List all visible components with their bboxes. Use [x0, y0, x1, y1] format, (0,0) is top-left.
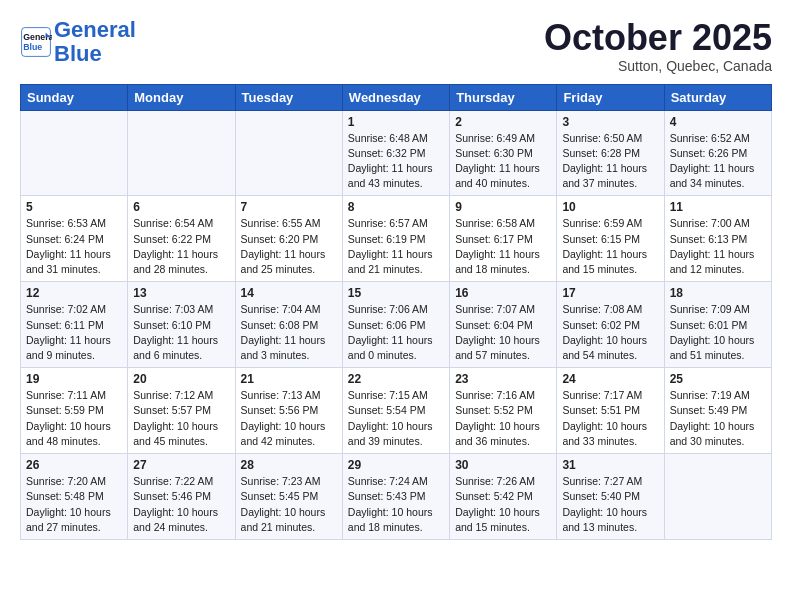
calendar-body: 1Sunrise: 6:48 AM Sunset: 6:32 PM Daylig…: [21, 110, 772, 539]
day-info: Sunrise: 7:17 AM Sunset: 5:51 PM Dayligh…: [562, 388, 658, 449]
day-number: 15: [348, 286, 444, 300]
day-info: Sunrise: 6:59 AM Sunset: 6:15 PM Dayligh…: [562, 216, 658, 277]
calendar-day: 3Sunrise: 6:50 AM Sunset: 6:28 PM Daylig…: [557, 110, 664, 196]
day-number: 26: [26, 458, 122, 472]
day-info: Sunrise: 7:13 AM Sunset: 5:56 PM Dayligh…: [241, 388, 337, 449]
calendar-day: [664, 454, 771, 540]
calendar-day: 17Sunrise: 7:08 AM Sunset: 6:02 PM Dayli…: [557, 282, 664, 368]
header-thursday: Thursday: [450, 84, 557, 110]
calendar-day: 7Sunrise: 6:55 AM Sunset: 6:20 PM Daylig…: [235, 196, 342, 282]
day-number: 7: [241, 200, 337, 214]
header-monday: Monday: [128, 84, 235, 110]
day-number: 10: [562, 200, 658, 214]
calendar-day: 22Sunrise: 7:15 AM Sunset: 5:54 PM Dayli…: [342, 368, 449, 454]
calendar-day: 8Sunrise: 6:57 AM Sunset: 6:19 PM Daylig…: [342, 196, 449, 282]
day-info: Sunrise: 6:58 AM Sunset: 6:17 PM Dayligh…: [455, 216, 551, 277]
calendar-day: 20Sunrise: 7:12 AM Sunset: 5:57 PM Dayli…: [128, 368, 235, 454]
day-number: 21: [241, 372, 337, 386]
day-info: Sunrise: 6:57 AM Sunset: 6:19 PM Dayligh…: [348, 216, 444, 277]
day-info: Sunrise: 6:48 AM Sunset: 6:32 PM Dayligh…: [348, 131, 444, 192]
calendar-week-2: 5Sunrise: 6:53 AM Sunset: 6:24 PM Daylig…: [21, 196, 772, 282]
day-number: 28: [241, 458, 337, 472]
day-info: Sunrise: 7:02 AM Sunset: 6:11 PM Dayligh…: [26, 302, 122, 363]
day-info: Sunrise: 7:12 AM Sunset: 5:57 PM Dayligh…: [133, 388, 229, 449]
day-number: 20: [133, 372, 229, 386]
calendar-day: 11Sunrise: 7:00 AM Sunset: 6:13 PM Dayli…: [664, 196, 771, 282]
logo-name: General Blue: [54, 18, 136, 66]
day-info: Sunrise: 7:19 AM Sunset: 5:49 PM Dayligh…: [670, 388, 766, 449]
calendar-week-3: 12Sunrise: 7:02 AM Sunset: 6:11 PM Dayli…: [21, 282, 772, 368]
calendar-day: 25Sunrise: 7:19 AM Sunset: 5:49 PM Dayli…: [664, 368, 771, 454]
title-block: October 2025 Sutton, Quebec, Canada: [544, 18, 772, 74]
calendar-day: 6Sunrise: 6:54 AM Sunset: 6:22 PM Daylig…: [128, 196, 235, 282]
day-info: Sunrise: 7:07 AM Sunset: 6:04 PM Dayligh…: [455, 302, 551, 363]
calendar-day: 30Sunrise: 7:26 AM Sunset: 5:42 PM Dayli…: [450, 454, 557, 540]
day-number: 1: [348, 115, 444, 129]
day-number: 30: [455, 458, 551, 472]
day-number: 24: [562, 372, 658, 386]
calendar-day: 19Sunrise: 7:11 AM Sunset: 5:59 PM Dayli…: [21, 368, 128, 454]
calendar-day: 23Sunrise: 7:16 AM Sunset: 5:52 PM Dayli…: [450, 368, 557, 454]
day-number: 9: [455, 200, 551, 214]
day-number: 14: [241, 286, 337, 300]
calendar-day: 1Sunrise: 6:48 AM Sunset: 6:32 PM Daylig…: [342, 110, 449, 196]
day-number: 31: [562, 458, 658, 472]
day-info: Sunrise: 7:11 AM Sunset: 5:59 PM Dayligh…: [26, 388, 122, 449]
calendar-week-5: 26Sunrise: 7:20 AM Sunset: 5:48 PM Dayli…: [21, 454, 772, 540]
calendar-day: 26Sunrise: 7:20 AM Sunset: 5:48 PM Dayli…: [21, 454, 128, 540]
day-info: Sunrise: 7:22 AM Sunset: 5:46 PM Dayligh…: [133, 474, 229, 535]
calendar-day: 10Sunrise: 6:59 AM Sunset: 6:15 PM Dayli…: [557, 196, 664, 282]
location-subtitle: Sutton, Quebec, Canada: [544, 58, 772, 74]
calendar-day: 28Sunrise: 7:23 AM Sunset: 5:45 PM Dayli…: [235, 454, 342, 540]
header-wednesday: Wednesday: [342, 84, 449, 110]
day-info: Sunrise: 6:50 AM Sunset: 6:28 PM Dayligh…: [562, 131, 658, 192]
day-info: Sunrise: 7:15 AM Sunset: 5:54 PM Dayligh…: [348, 388, 444, 449]
calendar-day: 2Sunrise: 6:49 AM Sunset: 6:30 PM Daylig…: [450, 110, 557, 196]
day-number: 23: [455, 372, 551, 386]
calendar-day: 18Sunrise: 7:09 AM Sunset: 6:01 PM Dayli…: [664, 282, 771, 368]
day-info: Sunrise: 7:08 AM Sunset: 6:02 PM Dayligh…: [562, 302, 658, 363]
calendar-day: 5Sunrise: 6:53 AM Sunset: 6:24 PM Daylig…: [21, 196, 128, 282]
logo-line2: Blue: [54, 41, 102, 66]
header-saturday: Saturday: [664, 84, 771, 110]
day-number: 8: [348, 200, 444, 214]
day-number: 5: [26, 200, 122, 214]
day-number: 29: [348, 458, 444, 472]
day-number: 16: [455, 286, 551, 300]
day-info: Sunrise: 7:16 AM Sunset: 5:52 PM Dayligh…: [455, 388, 551, 449]
calendar-day: 16Sunrise: 7:07 AM Sunset: 6:04 PM Dayli…: [450, 282, 557, 368]
day-info: Sunrise: 6:55 AM Sunset: 6:20 PM Dayligh…: [241, 216, 337, 277]
day-number: 13: [133, 286, 229, 300]
calendar-day: [21, 110, 128, 196]
calendar-day: 31Sunrise: 7:27 AM Sunset: 5:40 PM Dayli…: [557, 454, 664, 540]
day-info: Sunrise: 6:54 AM Sunset: 6:22 PM Dayligh…: [133, 216, 229, 277]
day-number: 3: [562, 115, 658, 129]
calendar-header: Sunday Monday Tuesday Wednesday Thursday…: [21, 84, 772, 110]
calendar-week-1: 1Sunrise: 6:48 AM Sunset: 6:32 PM Daylig…: [21, 110, 772, 196]
day-info: Sunrise: 7:03 AM Sunset: 6:10 PM Dayligh…: [133, 302, 229, 363]
calendar-day: [235, 110, 342, 196]
day-info: Sunrise: 6:49 AM Sunset: 6:30 PM Dayligh…: [455, 131, 551, 192]
day-info: Sunrise: 7:00 AM Sunset: 6:13 PM Dayligh…: [670, 216, 766, 277]
logo-line1: General: [54, 17, 136, 42]
day-info: Sunrise: 6:53 AM Sunset: 6:24 PM Dayligh…: [26, 216, 122, 277]
calendar-day: 27Sunrise: 7:22 AM Sunset: 5:46 PM Dayli…: [128, 454, 235, 540]
header-tuesday: Tuesday: [235, 84, 342, 110]
day-number: 18: [670, 286, 766, 300]
calendar-day: 29Sunrise: 7:24 AM Sunset: 5:43 PM Dayli…: [342, 454, 449, 540]
day-info: Sunrise: 7:09 AM Sunset: 6:01 PM Dayligh…: [670, 302, 766, 363]
day-number: 12: [26, 286, 122, 300]
weekday-header-row: Sunday Monday Tuesday Wednesday Thursday…: [21, 84, 772, 110]
day-number: 17: [562, 286, 658, 300]
day-number: 4: [670, 115, 766, 129]
header-sunday: Sunday: [21, 84, 128, 110]
calendar-day: 15Sunrise: 7:06 AM Sunset: 6:06 PM Dayli…: [342, 282, 449, 368]
calendar-day: 14Sunrise: 7:04 AM Sunset: 6:08 PM Dayli…: [235, 282, 342, 368]
header-friday: Friday: [557, 84, 664, 110]
calendar-day: 24Sunrise: 7:17 AM Sunset: 5:51 PM Dayli…: [557, 368, 664, 454]
day-number: 25: [670, 372, 766, 386]
calendar-day: [128, 110, 235, 196]
svg-text:Blue: Blue: [23, 42, 42, 52]
day-info: Sunrise: 7:20 AM Sunset: 5:48 PM Dayligh…: [26, 474, 122, 535]
header: General Blue General Blue October 2025 S…: [20, 18, 772, 74]
